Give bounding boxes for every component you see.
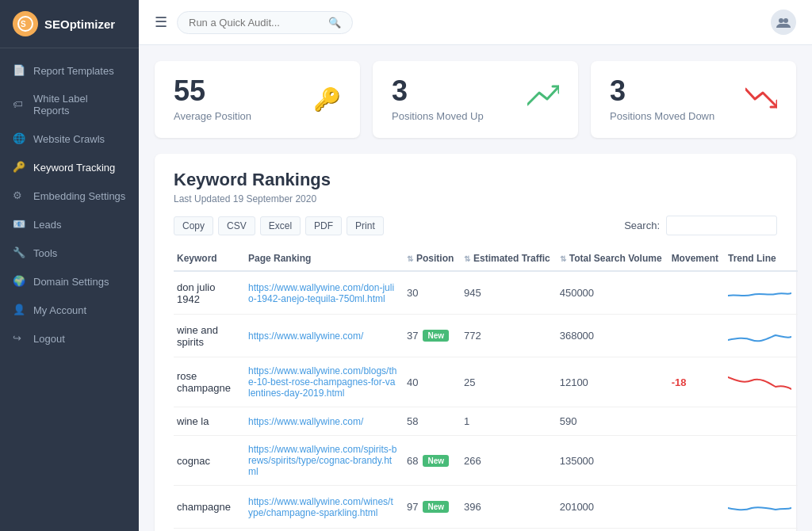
badge-new: New bbox=[423, 330, 449, 342]
cell-keyword: don julio 1942 bbox=[174, 271, 245, 315]
table-search-input[interactable] bbox=[666, 216, 777, 235]
sidebar-item-website-crawls[interactable]: 🌐 Website Crawls bbox=[0, 124, 139, 153]
cell-keyword: wine la bbox=[174, 407, 245, 436]
stat-icon-up bbox=[527, 85, 559, 115]
cell-trend-line bbox=[725, 315, 798, 357]
cell-estimated-traffic: 153 bbox=[461, 529, 557, 532]
cell-url[interactable]: https://www.wallywine.com/ bbox=[245, 407, 404, 436]
sidebar-item-leads[interactable]: 📧 Leads bbox=[0, 210, 139, 239]
search-icon: 🔍 bbox=[328, 17, 341, 29]
cell-total-search-volume: 135000 bbox=[557, 436, 668, 486]
table-row: don julio 1942 https://www.wallywine.com… bbox=[174, 271, 798, 315]
stat-card-positions-up: 3 Positions Moved Up bbox=[373, 61, 578, 138]
table-row: wine delivery https://www.wallywine.com/… bbox=[174, 529, 798, 532]
cell-url[interactable]: https://www.wallywine.com/spirits-brews/… bbox=[245, 436, 404, 486]
table-row: wine and spirits https://www.wallywine.c… bbox=[174, 315, 798, 357]
rankings-title: Keyword Rankings bbox=[174, 170, 777, 190]
sidebar-item-report-templates[interactable]: 📄 Report Templates bbox=[0, 56, 139, 85]
cell-trend-line bbox=[725, 529, 798, 532]
sidebar-item-embedding-settings[interactable]: ⚙ Embedding Settings bbox=[0, 181, 139, 210]
quick-audit-search[interactable]: 🔍 bbox=[177, 11, 353, 34]
position-value: 97 bbox=[407, 501, 418, 513]
nav-icon-report-templates: 📄 bbox=[13, 64, 25, 77]
movement-value: -18 bbox=[672, 376, 687, 388]
cell-position: 30 bbox=[404, 271, 461, 315]
cell-total-search-volume: 12100 bbox=[557, 357, 668, 407]
cell-keyword: champagne bbox=[174, 486, 245, 529]
sort-icon: ⇅ bbox=[560, 254, 566, 263]
sort-icon: ⇅ bbox=[407, 254, 413, 263]
sidebar-item-logout[interactable]: ↪ Logout bbox=[0, 324, 139, 353]
sidebar-item-white-label-reports[interactable]: 🏷 White Label Reports bbox=[0, 85, 139, 124]
svg-point-3 bbox=[783, 18, 788, 23]
table-search-right: Search: bbox=[624, 216, 777, 235]
col-estimated-traffic[interactable]: ⇅Estimated Traffic bbox=[461, 246, 557, 271]
nav-label-logout: Logout bbox=[33, 333, 65, 345]
nav-label-report-templates: Report Templates bbox=[33, 65, 114, 77]
table-row: wine la https://www.wallywine.com/ 58 1 … bbox=[174, 407, 798, 436]
stat-card-avg-position: 55 Average Position 🔑 bbox=[155, 61, 360, 138]
col-trend-line: Trend Line bbox=[725, 246, 798, 271]
cell-total-search-volume: 368000 bbox=[557, 315, 668, 357]
cell-keyword: wine delivery bbox=[174, 529, 245, 532]
cell-total-search-volume: 590 bbox=[557, 407, 668, 436]
cell-url[interactable]: https://www.wallywine.com/blogs/the-10-b… bbox=[245, 357, 404, 407]
cell-url[interactable]: https://www.wallywine.com/don-julio-1942… bbox=[245, 271, 404, 315]
stat-info-up: 3 Positions Moved Up bbox=[392, 77, 484, 122]
logo-icon: S bbox=[13, 11, 38, 36]
cell-keyword: wine and spirits bbox=[174, 315, 245, 357]
sidebar-logo: S SEOptimizer bbox=[0, 0, 139, 48]
cell-url[interactable]: https://www.wallywine.com/ bbox=[245, 315, 404, 357]
search-label: Search: bbox=[624, 220, 660, 231]
rankings-card: Keyword Rankings Last Updated 19 Septemb… bbox=[155, 154, 796, 531]
sidebar-item-keyword-tracking[interactable]: 🔑 Keyword Tracking bbox=[0, 153, 139, 181]
user-avatar[interactable] bbox=[771, 10, 796, 35]
ctrl-btn-print[interactable]: Print bbox=[347, 216, 384, 235]
content-area: 55 Average Position 🔑 3 Positions Moved … bbox=[139, 45, 812, 531]
ctrl-btn-copy[interactable]: Copy bbox=[174, 216, 213, 235]
col-total-search-volume[interactable]: ⇅Total Search Volume bbox=[557, 246, 668, 271]
sidebar-item-domain-settings[interactable]: 🌍 Domain Settings bbox=[0, 267, 139, 296]
nav-label-tools: Tools bbox=[33, 247, 57, 259]
position-value: 40 bbox=[407, 376, 418, 388]
stat-label-avg: Average Position bbox=[174, 110, 251, 122]
sidebar-item-tools[interactable]: 🔧 Tools bbox=[0, 239, 139, 267]
table-row: champagne https://www.wallywine.com/wine… bbox=[174, 486, 798, 529]
cell-estimated-traffic: 772 bbox=[461, 315, 557, 357]
cell-url[interactable]: https://www.wallywine.com/shipping/ bbox=[245, 529, 404, 532]
nav-icon-website-crawls: 🌐 bbox=[13, 132, 25, 145]
cell-trend-line bbox=[725, 436, 798, 486]
cell-movement bbox=[668, 407, 725, 436]
sidebar-item-my-account[interactable]: 👤 My Account bbox=[0, 296, 139, 324]
col-position[interactable]: ⇅Position bbox=[404, 246, 461, 271]
position-value: 58 bbox=[407, 415, 418, 427]
cell-position: 37 New bbox=[404, 315, 461, 357]
cell-total-search-volume: 450000 bbox=[557, 271, 668, 315]
nav-label-keyword-tracking: Keyword Tracking bbox=[33, 162, 115, 174]
search-input[interactable] bbox=[189, 17, 324, 29]
table-header-row: KeywordPage Ranking⇅Position⇅Estimated T… bbox=[174, 246, 798, 271]
nav-icon-keyword-tracking: 🔑 bbox=[13, 161, 25, 174]
stat-number-down: 3 bbox=[610, 77, 714, 105]
sort-icon: ⇅ bbox=[464, 254, 470, 263]
cell-movement: -18 bbox=[668, 357, 725, 407]
cell-position: 68 New bbox=[404, 436, 461, 486]
table-head: KeywordPage Ranking⇅Position⇅Estimated T… bbox=[174, 246, 798, 271]
cell-estimated-traffic: 266 bbox=[461, 436, 557, 486]
cell-estimated-traffic: 396 bbox=[461, 486, 557, 529]
ctrl-btn-pdf[interactable]: PDF bbox=[305, 216, 342, 235]
cell-url[interactable]: https://www.wallywine.com/wines/type/cha… bbox=[245, 486, 404, 529]
cell-position: 97 New bbox=[404, 486, 461, 529]
hamburger-icon[interactable]: ☰ bbox=[155, 13, 167, 31]
ctrl-btn-excel[interactable]: Excel bbox=[260, 216, 301, 235]
cell-total-search-volume: 60500 bbox=[557, 529, 668, 532]
rankings-subtitle: Last Updated 19 September 2020 bbox=[174, 193, 777, 204]
ctrl-btn-csv[interactable]: CSV bbox=[218, 216, 255, 235]
col-keyword: Keyword bbox=[174, 246, 245, 271]
cell-keyword: cognac bbox=[174, 436, 245, 486]
nav-icon-domain-settings: 🌍 bbox=[13, 275, 25, 288]
main-area: ☰ 🔍 55 Average Position 🔑 bbox=[139, 0, 812, 531]
nav-label-website-crawls: Website Crawls bbox=[33, 133, 105, 145]
cell-movement bbox=[668, 529, 725, 532]
rankings-table: KeywordPage Ranking⇅Position⇅Estimated T… bbox=[174, 246, 798, 531]
